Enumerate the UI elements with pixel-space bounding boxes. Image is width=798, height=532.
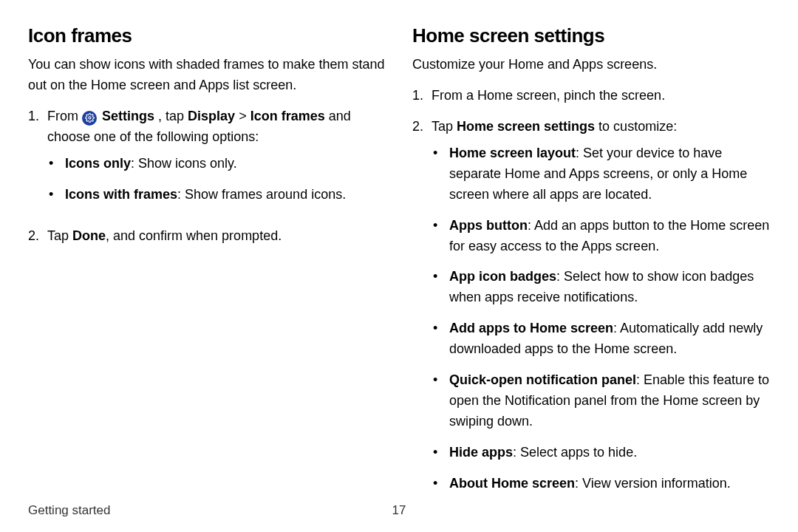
setting-text: Add apps to Home screen: Automatically a… <box>449 318 770 360</box>
right-column: Home screen settings Customize your Home… <box>412 21 770 504</box>
list-item: • Apps button: Add an apps button to the… <box>432 216 770 257</box>
setting-title: App icon badges <box>449 269 556 284</box>
setting-desc: : View version information. <box>575 476 731 491</box>
step-body: From a Home screen, pinch the screen. <box>432 86 770 106</box>
setting-text: App icon badges: Select how to show icon… <box>449 267 770 308</box>
chevron: > <box>239 109 250 123</box>
list-item: • Hide apps: Select apps to hide. <box>432 443 770 463</box>
hss-label: Home screen settings <box>457 119 595 134</box>
step-1: 1. From a Home screen, pinch the screen. <box>412 86 770 106</box>
text: Tap <box>47 228 72 243</box>
text: Tap <box>432 119 457 134</box>
heading-home-screen: Home screen settings <box>412 21 770 50</box>
bullet-icon: • <box>433 370 449 432</box>
setting-text: Home screen layout: Set your device to h… <box>449 143 770 205</box>
list-item: • Quick-open notification panel: Enable … <box>432 370 770 432</box>
bullet-icon: • <box>49 154 65 174</box>
page-columns: Icon frames You can show icons with shad… <box>28 21 770 504</box>
heading-icon-frames: Icon frames <box>28 21 386 50</box>
setting-text: Hide apps: Select apps to hide. <box>449 443 637 463</box>
text: From <box>47 109 82 123</box>
setting-title: Home screen layout <box>449 146 576 160</box>
option-text: Icons only: Show icons only. <box>65 154 237 174</box>
bullet-icon: • <box>433 474 449 494</box>
setting-text: About Home screen: View version informat… <box>449 474 731 494</box>
intro-icon-frames: You can show icons with shaded frames to… <box>28 55 386 96</box>
list-item: • About Home screen: View version inform… <box>432 474 770 494</box>
setting-title: Add apps to Home screen <box>449 321 613 335</box>
page-footer: Getting started 17 <box>28 501 770 520</box>
done-label: Done <box>72 228 106 243</box>
list-item: • App icon badges: Select how to show ic… <box>432 267 770 308</box>
text: to customize: <box>595 119 677 134</box>
text: , tap <box>158 109 188 123</box>
bullet-icon: • <box>433 143 449 205</box>
settings-list: • Home screen layout: Set your device to… <box>432 143 770 494</box>
list-item: • Icons with frames: Show frames around … <box>47 185 386 205</box>
iconframes-label: Icon frames <box>250 109 325 123</box>
setting-desc: : Select apps to hide. <box>513 445 637 460</box>
list-item: • Add apps to Home screen: Automatically… <box>432 318 770 360</box>
svg-point-0 <box>88 117 90 119</box>
option-title: Icons with frames <box>65 187 177 202</box>
step-body: Tap Home screen settings to customize: •… <box>432 117 770 494</box>
step-2: 2. Tap Home screen settings to customize… <box>412 117 770 494</box>
settings-label: Settings <box>102 109 154 123</box>
step-body: From Settings , tap Display > Icon frame… <box>47 106 386 216</box>
bullet-icon: • <box>433 318 449 360</box>
step-number: 2. <box>28 226 47 247</box>
settings-icon <box>82 111 97 126</box>
step-number: 2. <box>412 117 432 494</box>
bullet-icon: • <box>433 267 449 308</box>
option-desc: : Show icons only. <box>131 156 237 171</box>
setting-title: Hide apps <box>449 445 513 460</box>
option-text: Icons with frames: Show frames around ic… <box>65 185 346 205</box>
setting-title: About Home screen <box>449 476 575 491</box>
options-list: • Icons only: Show icons only. • Icons w… <box>47 154 386 205</box>
intro-home-screen: Customize your Home and Apps screens. <box>412 55 770 75</box>
bullet-icon: • <box>433 216 449 257</box>
option-desc: : Show frames around icons. <box>177 187 346 202</box>
text: , and confirm when prompted. <box>106 228 282 243</box>
setting-text: Apps button: Add an apps button to the H… <box>449 216 770 257</box>
step-number: 1. <box>28 106 47 216</box>
step-2: 2. Tap Done, and confirm when prompted. <box>28 226 386 247</box>
list-item: • Home screen layout: Set your device to… <box>432 143 770 205</box>
footer-section: Getting started <box>28 501 111 520</box>
setting-title: Apps button <box>449 218 528 233</box>
step-1: 1. From Settings , tap Display > Icon fr… <box>28 106 386 216</box>
left-column: Icon frames You can show icons with shad… <box>28 21 386 504</box>
display-label: Display <box>188 109 235 123</box>
list-item: • Icons only: Show icons only. <box>47 154 386 174</box>
setting-title: Quick-open notification panel <box>449 372 636 387</box>
setting-text: Quick-open notification panel: Enable th… <box>449 370 770 432</box>
option-title: Icons only <box>65 156 131 171</box>
bullet-icon: • <box>49 185 65 205</box>
step-body: Tap Done, and confirm when prompted. <box>47 226 386 247</box>
footer-page-number: 17 <box>392 501 406 520</box>
bullet-icon: • <box>433 443 449 463</box>
step-number: 1. <box>412 86 432 106</box>
